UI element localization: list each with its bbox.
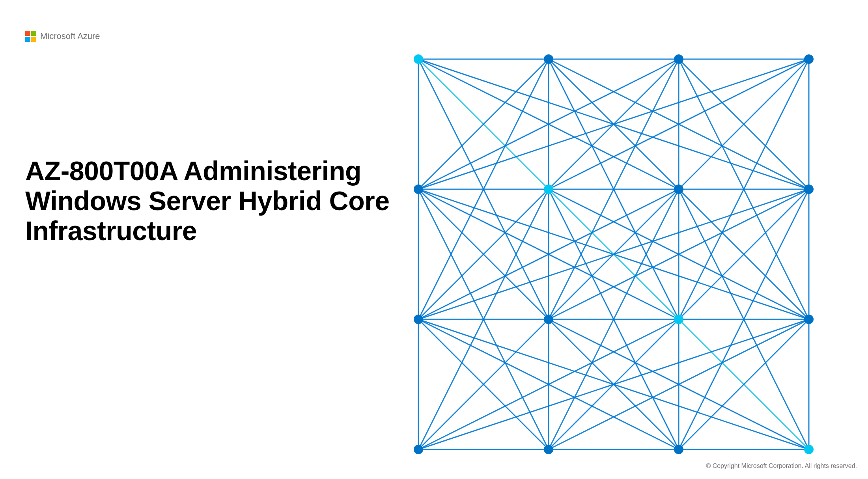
svg-point-77 [544, 185, 553, 194]
svg-point-75 [804, 54, 814, 64]
svg-point-80 [414, 315, 423, 324]
logo-square-red [25, 31, 30, 36]
svg-point-78 [674, 185, 683, 194]
copyright-text: © Copyright Microsoft Corporation. All r… [706, 462, 857, 470]
brand-name: Microsoft Azure [40, 31, 100, 41]
svg-point-74 [674, 54, 683, 64]
microsoft-logo-icon [25, 31, 36, 42]
svg-point-72 [414, 54, 423, 64]
svg-point-79 [804, 185, 814, 194]
svg-point-73 [544, 54, 553, 64]
svg-point-86 [674, 445, 683, 454]
svg-point-87 [804, 445, 814, 454]
svg-point-81 [544, 315, 553, 324]
title-block: AZ-800T00A Administering Windows Server … [25, 156, 420, 246]
svg-point-82 [674, 315, 683, 324]
logo-square-blue [25, 37, 30, 42]
svg-point-76 [414, 185, 423, 194]
slide-title: AZ-800T00A Administering Windows Server … [25, 156, 420, 246]
svg-point-85 [544, 445, 553, 454]
network-graphic [407, 47, 821, 461]
logo-square-yellow [31, 37, 36, 42]
brand-block: Microsoft Azure [25, 31, 100, 42]
logo-square-green [31, 31, 36, 36]
svg-point-84 [414, 445, 423, 454]
svg-point-83 [804, 315, 814, 324]
